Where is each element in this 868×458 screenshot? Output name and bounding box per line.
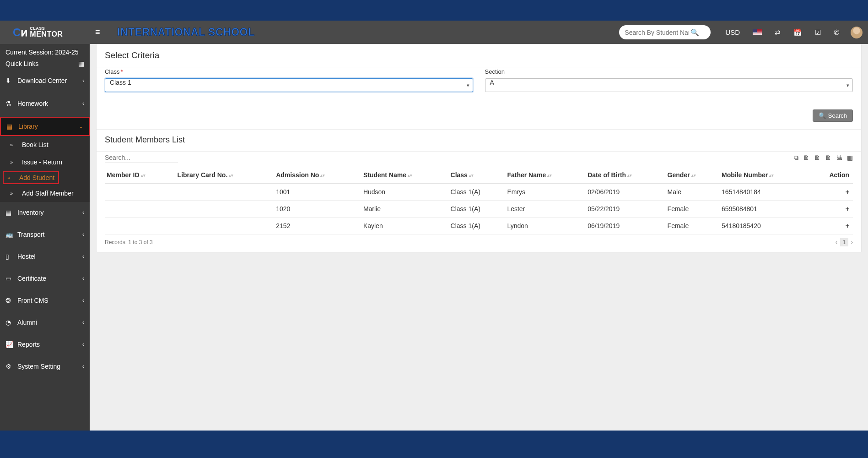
cell-member-id (105, 184, 176, 201)
cell-admission: 2152 (274, 218, 361, 234)
sidebar-item-homework[interactable]: ⚗ Homework ‹ (0, 95, 90, 112)
select-criteria-title: Select Criteria (97, 44, 861, 67)
col-card-no[interactable]: Library Card No.▴▾ (176, 167, 275, 184)
library-submenu: » Book List » Issue - Return » Add Stude… (0, 136, 90, 202)
quick-links[interactable]: Quick Links ▦ (0, 58, 90, 72)
col-mobile[interactable]: Mobile Number▴▾ (720, 167, 812, 184)
sidebar-item-label: Book List (22, 141, 49, 148)
sort-icon[interactable]: ▴▾ (691, 174, 696, 177)
sidebar-item-system-setting[interactable]: ⚙ System Setting ‹ (0, 358, 90, 375)
col-student-name[interactable]: Student Name▴▾ (361, 167, 449, 184)
sidebar-item-label: Library (18, 123, 38, 130)
search-button[interactable]: 🔍 Search (813, 109, 853, 122)
sort-icon[interactable]: ▴▾ (469, 174, 474, 177)
class-select[interactable]: Class 1 (105, 78, 473, 92)
sidebar-item-library[interactable]: ▤ Library ⌄ (1, 118, 89, 135)
col-class[interactable]: Class▴▾ (449, 167, 506, 184)
sidebar-item-hostel[interactable]: ▯ Hostel ‹ (0, 248, 90, 265)
student-table: Member ID▴▾ Library Card No.▴▾ Admission… (105, 167, 853, 234)
col-member-id[interactable]: Member ID▴▾ (105, 167, 176, 184)
main-content: Select Criteria Class* Class 1 ▾ (90, 44, 868, 431)
add-action[interactable]: + (812, 218, 853, 234)
chevron-left-icon: ‹ (82, 297, 84, 304)
sidebar-item-alumni[interactable]: ◔ Alumni ‹ (0, 314, 90, 331)
col-admission[interactable]: Admission No▴▾ (274, 167, 361, 184)
cell-gender: Female (666, 201, 720, 218)
clock-icon: ◔ (5, 319, 15, 326)
avatar[interactable] (851, 27, 863, 38)
cell-name: Hudson (361, 184, 449, 201)
student-list-title: Student Members List (97, 129, 861, 151)
sidebar-item-download-center[interactable]: ⬇ Download Center ‹ (0, 72, 90, 89)
sort-icon[interactable]: ▴▾ (408, 174, 412, 177)
section-select[interactable]: A (485, 78, 853, 92)
search-input[interactable] (625, 29, 689, 36)
col-action: Action (812, 167, 853, 184)
print-icon[interactable]: 🖶 (836, 154, 842, 162)
cell-father: Emrys (505, 184, 586, 201)
sidebar-item-front-cms[interactable]: ❂ Front CMS ‹ (0, 292, 90, 309)
currency-selector[interactable]: USD (725, 28, 740, 36)
chevron-left-icon: ‹ (82, 363, 84, 370)
prev-page[interactable]: ‹ (836, 239, 837, 245)
sort-icon[interactable]: ▴▾ (229, 174, 233, 177)
brand-logo[interactable]: Cᴎ CLASS MENTOR (0, 21, 90, 44)
sidebar-item-transport[interactable]: 🚌 Transport ‹ (0, 226, 90, 243)
sort-icon[interactable]: ▴▾ (141, 174, 146, 177)
add-action[interactable]: + (812, 201, 853, 218)
language-flag[interactable] (753, 29, 762, 35)
sidebar-item-issue-return[interactable]: » Issue - Return (0, 153, 90, 171)
excel-icon[interactable]: 🗎 (803, 154, 809, 162)
columns-icon[interactable]: ▥ (847, 154, 853, 162)
sort-icon[interactable]: ▴▾ (769, 174, 774, 177)
cell-name: Kaylen (361, 218, 449, 234)
table-export-toolbar: ⧉ 🗎 🗎 🗎 🖶 ▥ (794, 154, 853, 162)
page-1[interactable]: 1 (840, 238, 848, 246)
logo-text: CLASS MENTOR (30, 27, 63, 38)
sidebar-item-label: Add Staff Member (22, 190, 74, 197)
sidebar-item-reports[interactable]: 📈 Reports ‹ (0, 336, 90, 353)
copy-icon[interactable]: ⧉ (794, 154, 798, 162)
next-page[interactable]: › (851, 239, 853, 245)
search-icon: 🔍 (819, 112, 826, 119)
sidebar-item-certificate[interactable]: ▭ Certificate ‹ (0, 270, 90, 287)
col-gender[interactable]: Gender▴▾ (666, 167, 720, 184)
sidebar-item-library-highlight: ▤ Library ⌄ (0, 117, 90, 136)
pdf-icon[interactable]: 🗎 (825, 154, 831, 162)
top-navbar: Cᴎ CLASS MENTOR ≡ INTERNATIONAL SCHOOL 🔍… (0, 21, 868, 44)
sidebar-item-add-student[interactable]: » Add Student (3, 171, 59, 184)
col-father[interactable]: Father Name▴▾ (505, 167, 586, 184)
sort-icon[interactable]: ▴▾ (547, 174, 552, 177)
cell-member-id (105, 201, 176, 218)
check-icon[interactable]: ☑ (815, 28, 821, 37)
hamburger-icon[interactable]: ≡ (95, 27, 109, 37)
sort-icon[interactable]: ▴▾ (627, 174, 632, 177)
sort-icon[interactable]: ▴▾ (320, 174, 325, 177)
csv-icon[interactable]: 🗎 (814, 154, 820, 162)
sidebar-item-label: Issue - Return (22, 158, 62, 166)
cell-card-no (176, 218, 275, 234)
sidebar-item-inventory[interactable]: ▦ Inventory ‹ (0, 204, 90, 221)
add-action[interactable]: + (812, 184, 853, 201)
col-dob[interactable]: Date of Birth▴▾ (586, 167, 665, 184)
bus-icon: 🚌 (5, 231, 15, 238)
calendar-icon[interactable]: 📅 (793, 28, 802, 37)
cell-dob: 02/06/2019 (586, 184, 665, 201)
sidebar-item-label: Certificate (17, 275, 46, 282)
table-search-input[interactable] (105, 153, 178, 163)
swap-icon[interactable]: ⇄ (775, 28, 781, 37)
sidebar-item-label: Download Center (17, 77, 67, 84)
whatsapp-icon[interactable]: ✆ (834, 28, 840, 37)
sidebar-item-book-list[interactable]: » Book List (0, 136, 90, 153)
sidebar-item-add-staff[interactable]: » Add Staff Member (0, 185, 90, 202)
logo-mark: Cᴎ (13, 27, 28, 38)
grid-icon[interactable]: ▦ (78, 60, 84, 67)
settings-icon: ⚙ (5, 363, 15, 370)
chevron-left-icon: ‹ (82, 319, 84, 326)
pagination: ‹ 1 › (836, 238, 853, 246)
chevron-right-icon: » (7, 175, 16, 180)
student-search[interactable]: 🔍 (619, 25, 711, 39)
search-icon[interactable]: 🔍 (689, 28, 701, 37)
cell-class: Class 1(A) (449, 184, 506, 201)
flask-icon: ⚗ (5, 100, 15, 107)
